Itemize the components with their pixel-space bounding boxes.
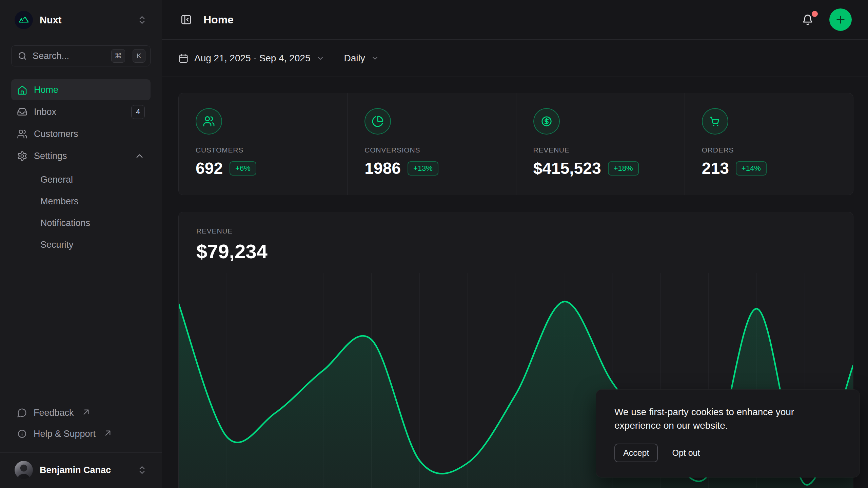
kbd-cmd: ⌘: [111, 49, 125, 63]
main-area: Home Aug 21, 2025 - Sep 4, 2025 Daily CU…: [162, 0, 868, 488]
revenue-panel-label: REVENUE: [196, 227, 835, 235]
stat-card-conversions[interactable]: CONVERSIONS1986+13%: [347, 93, 516, 195]
stat-icon-circle: [364, 108, 391, 135]
team-switcher[interactable]: Nuxt: [11, 7, 151, 33]
sidebar-item-members[interactable]: Members: [36, 190, 151, 212]
sidebar-item-label: Settings: [34, 151, 128, 161]
stat-label: CONVERSIONS: [364, 146, 499, 154]
stat-delta-badge: +18%: [608, 161, 639, 176]
stat-delta-badge: +13%: [408, 161, 438, 176]
sidebar-item-inbox[interactable]: Inbox4: [11, 101, 151, 122]
stat-icon-circle: [196, 108, 222, 135]
stat-delta-badge: +6%: [230, 161, 256, 176]
house-icon: [17, 85, 27, 95]
inbox-icon: [17, 107, 27, 117]
users-icon: [17, 129, 27, 139]
users-icon: [203, 115, 215, 127]
chevrons-up-down-icon: [137, 15, 147, 25]
stat-delta-badge: +14%: [736, 161, 767, 176]
user-menu[interactable]: Benjamin Canac: [11, 453, 151, 488]
notifications-button[interactable]: [800, 12, 816, 28]
chart-pie-icon: [372, 115, 384, 127]
user-name: Benjamin Canac: [40, 465, 130, 475]
help-support-label: Help & Support: [34, 429, 96, 439]
sidebar-item-label: Customers: [34, 129, 145, 139]
stat-label: REVENUE: [533, 146, 668, 154]
help-support-link[interactable]: Help & Support: [11, 423, 151, 444]
optout-button[interactable]: Opt out: [672, 448, 700, 458]
sidebar-item-label: Home: [34, 85, 145, 95]
stat-icon-circle: [533, 108, 560, 135]
date-range-picker[interactable]: Aug 21, 2025 - Sep 4, 2025: [178, 53, 324, 64]
message-circle-icon: [17, 408, 27, 418]
stat-label: CUSTOMERS: [196, 146, 330, 154]
content: CUSTOMERS692+6%CONVERSIONS1986+13%REVENU…: [162, 77, 868, 488]
cart-icon: [709, 115, 721, 127]
page-title: Home: [203, 14, 234, 26]
granularity-select[interactable]: Daily: [344, 53, 379, 64]
sidebar-item-security[interactable]: Security: [36, 234, 151, 256]
feedback-link[interactable]: Feedback: [11, 402, 151, 423]
create-button[interactable]: [829, 8, 852, 31]
stat-value: 213: [702, 159, 729, 178]
team-name: Nuxt: [40, 15, 130, 26]
stat-icon-circle: [702, 108, 728, 135]
calendar-icon: [178, 53, 189, 63]
revenue-panel-value: $79,234: [196, 240, 835, 263]
sidebar: Nuxt ⌘ K HomeInbox4CustomersSettingsGene…: [0, 0, 162, 488]
page-header: Home: [162, 0, 868, 40]
plus-icon: [835, 14, 846, 25]
accept-button[interactable]: Accept: [614, 444, 658, 462]
nuxt-icon: [18, 14, 29, 26]
nuxt-logo: [15, 11, 33, 29]
avatar: [15, 461, 33, 479]
sidebar-item-general[interactable]: General: [36, 169, 151, 190]
stat-value: 692: [196, 159, 223, 178]
external-link-icon: [103, 428, 113, 438]
sidebar-item-customers[interactable]: Customers: [11, 123, 151, 144]
stat-value: $415,523: [533, 159, 601, 178]
sidebar-nav: HomeInbox4CustomersSettingsGeneralMember…: [11, 79, 151, 258]
cookie-message: We use first-party cookies to enhance yo…: [614, 405, 821, 433]
chevron-down-icon: [371, 54, 379, 62]
external-link-icon: [81, 407, 91, 417]
sidebar-item-home[interactable]: Home: [11, 79, 151, 100]
search-icon: [18, 51, 27, 61]
filters-toolbar: Aug 21, 2025 - Sep 4, 2025 Daily: [162, 40, 868, 77]
sidebar-toggle-button[interactable]: [178, 12, 194, 27]
sidebar-item-settings[interactable]: Settings: [11, 145, 151, 166]
settings-children: GeneralMembersNotificationsSecurity: [25, 169, 151, 256]
circle-dollar-icon: [540, 115, 553, 127]
stat-card-revenue[interactable]: REVENUE$415,523+18%: [516, 93, 685, 195]
notification-dot: [812, 11, 818, 17]
chevron-down-icon: [316, 54, 324, 62]
kbd-k: K: [133, 49, 145, 63]
inbox-badge: 4: [131, 105, 145, 119]
sidebar-item-notifications[interactable]: Notifications: [36, 212, 151, 234]
settings-icon: [17, 151, 27, 161]
sidebar-item-label: Inbox: [34, 107, 125, 117]
sidebar-spacer: [11, 258, 151, 402]
info-icon: [17, 429, 27, 439]
feedback-label: Feedback: [34, 408, 74, 418]
stat-value: 1986: [364, 159, 401, 178]
stats-card: CUSTOMERS692+6%CONVERSIONS1986+13%REVENU…: [178, 93, 853, 195]
chevrons-up-down-icon: [137, 465, 147, 475]
date-range-label: Aug 21, 2025 - Sep 4, 2025: [194, 53, 311, 64]
stat-card-customers[interactable]: CUSTOMERS692+6%: [179, 93, 347, 195]
sidebar-footer: Feedback Help & Support: [11, 402, 151, 449]
panel-left-close-icon: [180, 14, 192, 25]
stat-label: ORDERS: [702, 146, 836, 154]
cookie-banner: We use first-party cookies to enhance yo…: [596, 389, 860, 477]
search-input[interactable]: [33, 51, 104, 61]
chevron-up-icon: [134, 151, 145, 161]
granularity-label: Daily: [344, 53, 365, 64]
search-box[interactable]: ⌘ K: [11, 45, 151, 66]
stat-card-orders[interactable]: ORDERS213+14%: [685, 93, 853, 195]
